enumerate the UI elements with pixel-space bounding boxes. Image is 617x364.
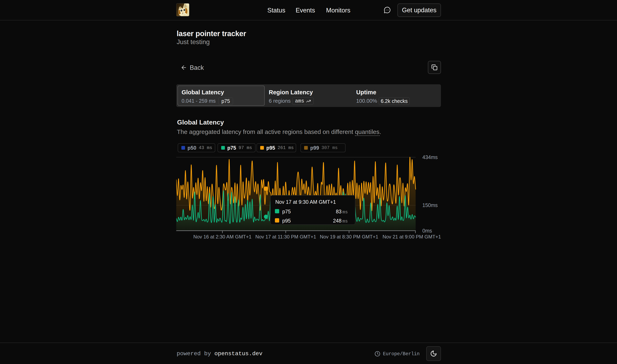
svg-text:Nov 19 at 8:30 PM GMT+1: Nov 19 at 8:30 PM GMT+1 <box>320 234 378 239</box>
svg-text:Nov 17 at 11:30 PM GMT+1: Nov 17 at 11:30 PM GMT+1 <box>255 234 316 239</box>
svg-text:434ms: 434ms <box>422 154 438 160</box>
svg-text:0ms: 0ms <box>422 228 432 234</box>
svg-text:Nov 21 at 9:00 PM GMT+1: Nov 21 at 9:00 PM GMT+1 <box>382 234 441 239</box>
svg-text:150ms: 150ms <box>422 202 438 208</box>
svg-text:Nov 16 at 2:30 AM GMT+1: Nov 16 at 2:30 AM GMT+1 <box>193 234 252 239</box>
